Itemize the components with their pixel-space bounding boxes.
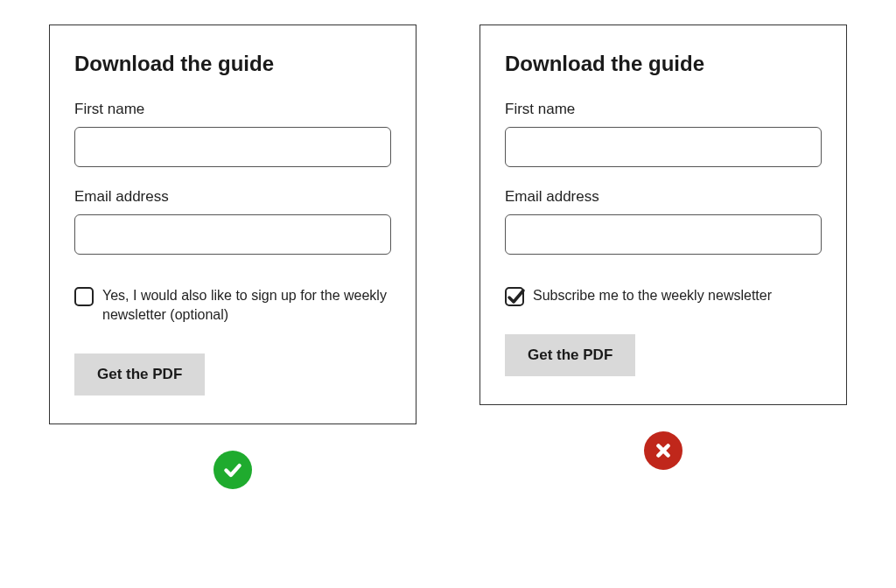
email-input[interactable]	[74, 214, 391, 255]
form-card-bad: Download the guide First name Email addr…	[480, 24, 847, 405]
first-name-input[interactable]	[74, 127, 391, 167]
comparison-container: Download the guide First name Email addr…	[0, 0, 896, 489]
checkbox-unchecked-icon[interactable]	[74, 287, 94, 306]
first-name-label: First name	[74, 101, 391, 118]
get-pdf-button[interactable]: Get the PDF	[74, 354, 205, 396]
email-input[interactable]	[505, 214, 822, 255]
form-card-good: Download the guide First name Email addr…	[49, 24, 416, 424]
column-good: Download the guide First name Email addr…	[44, 24, 422, 489]
card-title: Download the guide	[74, 52, 391, 76]
newsletter-checkbox-row[interactable]: Subscribe me to the weekly newsletter	[505, 286, 822, 306]
cross-circle-icon	[644, 431, 682, 470]
first-name-label: First name	[505, 101, 822, 118]
email-label: Email address	[505, 188, 822, 206]
status-bad-icon	[644, 431, 682, 470]
first-name-input[interactable]	[505, 127, 822, 167]
status-good-icon	[214, 451, 252, 489]
checkbox-label: Yes, I would also like to sign up for th…	[102, 286, 391, 326]
checkbox-label: Subscribe me to the weekly newsletter	[533, 286, 772, 305]
newsletter-checkbox-row[interactable]: Yes, I would also like to sign up for th…	[74, 286, 391, 326]
get-pdf-button[interactable]: Get the PDF	[505, 334, 635, 376]
email-label: Email address	[74, 188, 391, 206]
column-bad: Download the guide First name Email addr…	[474, 24, 852, 489]
checkbox-checked-icon[interactable]	[505, 287, 524, 306]
card-title: Download the guide	[505, 52, 822, 76]
checkmark-circle-icon	[214, 451, 252, 489]
